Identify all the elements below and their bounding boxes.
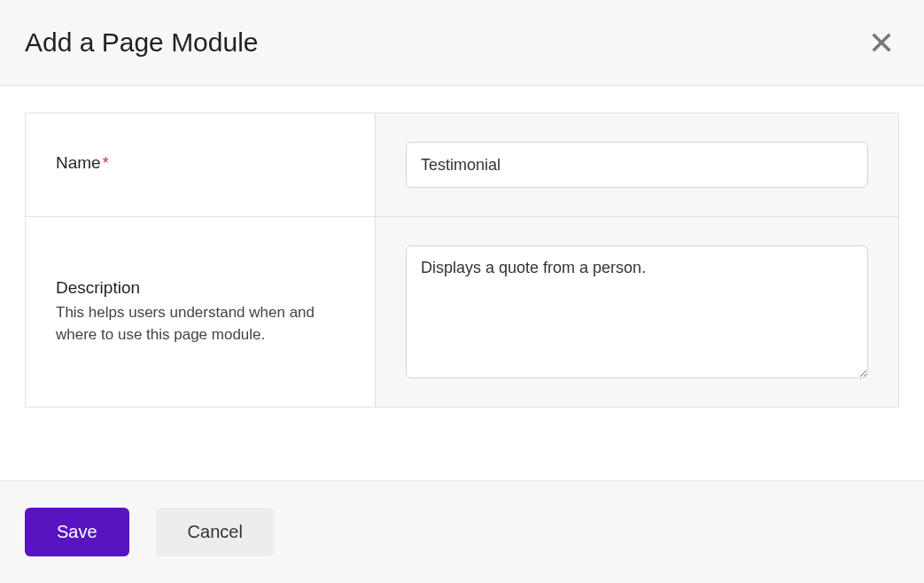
- dialog-body: Name* Description This helps users under…: [0, 86, 924, 480]
- description-input-cell: [376, 217, 898, 407]
- name-input-cell: [376, 113, 898, 216]
- save-button[interactable]: Save: [25, 508, 129, 556]
- form-row-description: Description This helps users understand …: [26, 217, 898, 407]
- required-asterisk: *: [103, 154, 109, 172]
- dialog-header: Add a Page Module: [0, 0, 924, 86]
- description-input[interactable]: [406, 245, 868, 378]
- close-button[interactable]: [864, 25, 899, 60]
- close-icon: [869, 30, 894, 55]
- name-label-cell: Name*: [26, 113, 376, 216]
- description-label-cell: Description This helps users understand …: [26, 217, 376, 407]
- description-label: Description: [56, 278, 345, 298]
- description-helper-text: This helps users understand when and whe…: [56, 301, 345, 346]
- dialog-footer: Save Cancel: [0, 480, 924, 583]
- form-table: Name* Description This helps users under…: [25, 113, 899, 408]
- name-input[interactable]: [406, 142, 868, 188]
- dialog-title: Add a Page Module: [25, 27, 259, 58]
- form-row-name: Name*: [26, 113, 898, 217]
- name-label-text: Name: [56, 153, 101, 172]
- name-label: Name*: [56, 153, 345, 173]
- cancel-button[interactable]: Cancel: [156, 508, 275, 556]
